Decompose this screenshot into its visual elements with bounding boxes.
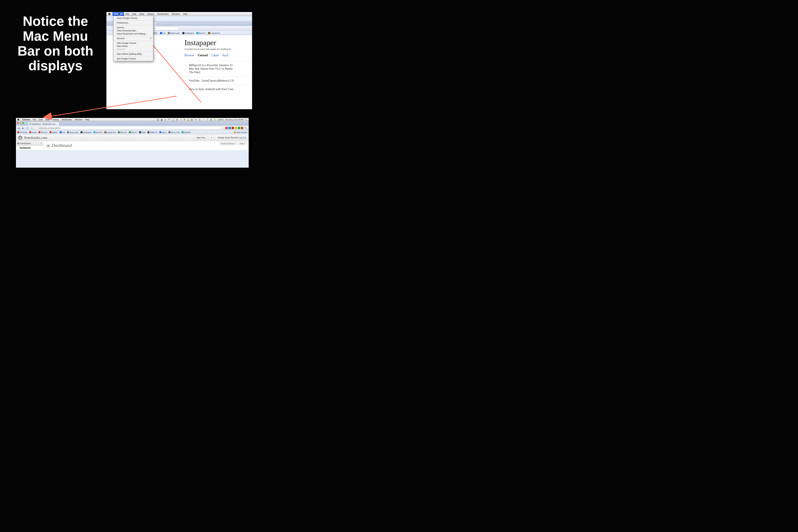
- bookmark-item[interactable]: AccFrm: [94, 131, 102, 133]
- sync-icon[interactable]: ⟳: [195, 118, 197, 121]
- menu-extra-icon[interactable]: ▭: [179, 118, 182, 121]
- tab-close-icon[interactable]: ×: [57, 123, 58, 125]
- menu-extra-icon[interactable]: ✧: [203, 118, 205, 121]
- clock[interactable]: Mon May 23 5:24 PM: [225, 119, 244, 121]
- dropbox-icon[interactable]: ⧈: [164, 118, 167, 121]
- nav-archive[interactable]: Arch: [222, 54, 228, 57]
- home-button[interactable]: ⌂: [30, 127, 34, 130]
- bookmark-item[interactable]: Instapaper: [182, 32, 194, 34]
- extension-icon[interactable]: [238, 127, 240, 129]
- menu-clear-data[interactable]: Clear Browsing Data…: [114, 29, 153, 32]
- menu-extra-icon[interactable]: Ͳ: [168, 118, 170, 121]
- extension-icon[interactable]: [235, 127, 237, 129]
- bookmark-item[interactable]: LogosFrms: [208, 32, 220, 34]
- address-bar[interactable]: notebooks.com/wp-admin/ ★: [34, 126, 223, 130]
- bookmark-item[interactable]: Cal: [60, 131, 65, 133]
- menu-file[interactable]: File: [124, 12, 131, 16]
- lock-icon[interactable]: 🔒: [187, 118, 189, 121]
- bookmark-item[interactable]: LogosFrms: [104, 131, 116, 133]
- extension-icon[interactable]: [231, 127, 234, 129]
- logout-link[interactable]: Log Out: [239, 136, 246, 139]
- bookmark-item[interactable]: Cal: [160, 32, 166, 34]
- wifi-icon[interactable]: ⦿: [184, 118, 186, 121]
- bookmark-item[interactable]: blip.tv: [159, 131, 167, 133]
- spotlight-icon[interactable]: 🔍: [245, 118, 247, 121]
- screen-options-tab[interactable]: Screen Options ▼: [219, 142, 238, 145]
- article-item[interactable]: How to Sync Android with Your Com: [185, 85, 252, 93]
- app-menu[interactable]: Chrome: [21, 118, 31, 121]
- sidebar-subitem-dashboard[interactable]: Dashboard: [16, 146, 43, 150]
- forward-button[interactable]: ▶: [21, 127, 25, 130]
- menu-help[interactable]: Help: [84, 118, 91, 121]
- new-post-dropdown[interactable]: ▼: [210, 136, 213, 140]
- menu-file[interactable]: File: [31, 118, 37, 121]
- bookmark-item[interactable]: Instapaper: [80, 131, 92, 133]
- menu-history[interactable]: History: [51, 118, 60, 121]
- article-item[interactable]: MPlayerX Is a Powerful, Intuitive Vi Mac…: [185, 61, 252, 76]
- bookmark-item[interactable]: GBM: [139, 131, 146, 133]
- menu-preferences[interactable]: Preferences…: [114, 21, 153, 24]
- menu-extra-icon[interactable]: ◐: [191, 118, 193, 121]
- app-menu[interactable]: Chrome: [112, 12, 124, 16]
- volume-icon[interactable]: 🔊: [210, 118, 212, 121]
- menu-extra-icon[interactable]: d: [176, 118, 178, 121]
- wordpress-logo-icon[interactable]: [18, 136, 22, 139]
- apple-menu-icon[interactable]: [108, 13, 111, 15]
- bookmark-item[interactable]: Read Later: [168, 32, 180, 34]
- wrench-menu-icon[interactable]: 🔧: [244, 127, 248, 130]
- extension-icon[interactable]: [225, 127, 228, 129]
- reload-button[interactable]: ⟳: [26, 127, 29, 130]
- menu-extra-icon[interactable]: ◯: [172, 118, 174, 121]
- nav-browse[interactable]: Browse: [185, 54, 194, 57]
- sidebar-item-dashboard[interactable]: Dashboard ▼: [16, 141, 43, 146]
- bookmark-item[interactable]: Gmail: [29, 131, 36, 133]
- extension-icon[interactable]: [228, 127, 231, 129]
- menu-import[interactable]: Import Bookmarks and Settings…: [114, 32, 153, 35]
- bookmark-item[interactable]: NB.com: [118, 131, 127, 133]
- new-post-button[interactable]: New Post: [195, 136, 207, 140]
- menu-extra-icon[interactable]: ◕: [160, 118, 163, 121]
- menu-warn-quit[interactable]: Warn Before Quitting (⌘Q): [114, 53, 153, 56]
- bookmark-item[interactable]: KP Email: [17, 131, 27, 133]
- bookmark-item[interactable]: GglRdr: [50, 131, 58, 133]
- extension-icon[interactable]: [241, 127, 243, 129]
- bookmark-item[interactable]: NB CP: [129, 131, 137, 133]
- menu-synced[interactable]: Synced…: [114, 26, 153, 29]
- menu-edit[interactable]: Edit: [38, 118, 44, 121]
- menu-window[interactable]: Window: [170, 12, 181, 16]
- window-minimize-button[interactable]: [20, 122, 21, 124]
- other-bookmarks-folder[interactable]: Other Bookm: [234, 131, 247, 133]
- bookmark-item[interactable]: Press This: [169, 131, 179, 133]
- menu-about-chrome[interactable]: About Google Chrome: [114, 17, 153, 20]
- bookmark-star-icon[interactable]: ★: [221, 127, 222, 129]
- menu-hide-chrome[interactable]: Hide Google Chrome: [114, 41, 153, 45]
- battery-icon[interactable]: 🔋: [214, 118, 216, 121]
- menu-view[interactable]: View: [44, 118, 51, 121]
- window-close-button[interactable]: [17, 122, 19, 124]
- menu-extra-icon[interactable]: ▤: [157, 118, 159, 121]
- nav-unread[interactable]: Unread: [198, 54, 208, 57]
- airport-icon[interactable]: ▽: [206, 118, 209, 121]
- nav-liked[interactable]: Liked: [211, 54, 219, 57]
- menu-edit[interactable]: Edit: [131, 12, 138, 16]
- menu-history[interactable]: History: [146, 12, 156, 16]
- bookmark-item[interactable]: NB.com: [38, 131, 47, 133]
- collapse-icon[interactable]: ▼: [40, 142, 42, 144]
- bookmark-item[interactable]: GBM CP: [148, 131, 157, 133]
- menu-bookmarks[interactable]: Bookmarks: [60, 118, 74, 121]
- menu-extra-icon[interactable]: ⧉: [198, 118, 201, 121]
- apple-menu-icon[interactable]: [17, 119, 19, 121]
- menu-window[interactable]: Window: [74, 118, 84, 121]
- menu-bookmarks[interactable]: Bookmarks: [156, 12, 170, 16]
- bookmark-item[interactable]: WylioPix: [182, 131, 191, 133]
- window-zoom-button[interactable]: [22, 122, 24, 124]
- site-title[interactable]: Notebooks.com: [24, 135, 47, 140]
- menu-hide-others[interactable]: Hide Others: [114, 45, 153, 48]
- menu-quit[interactable]: Quit Google Chrome: [114, 57, 153, 60]
- back-button[interactable]: ◀: [17, 127, 20, 130]
- menu-view[interactable]: View: [138, 12, 146, 16]
- bookmark-item[interactable]: AccFrm: [196, 32, 206, 34]
- browser-tab[interactable]: Dashboard ‹ Notebooks.com ×: [28, 122, 59, 126]
- bookmarks-overflow-icon[interactable]: »: [230, 131, 231, 133]
- menu-help[interactable]: Help: [181, 12, 189, 16]
